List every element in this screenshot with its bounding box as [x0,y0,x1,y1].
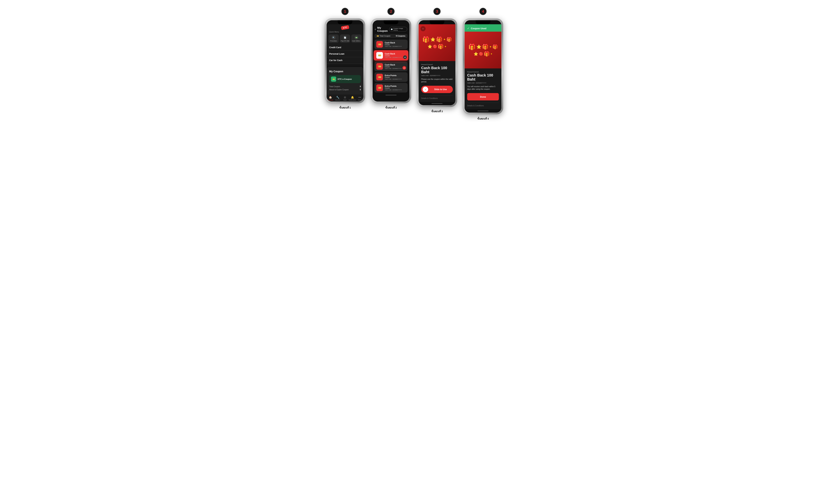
menu-credit-card[interactable]: Credit Card [327,44,363,51]
slide-to-use-btn[interactable]: › Slide to Use [421,86,453,93]
quick-menu-label: Quick Menu [327,30,363,34]
step-label-3: ขั้นตอนที่ 3 [431,110,443,113]
nav-scan-label: Scan [343,99,347,101]
coupon-type-1: Cash Back [385,42,406,44]
coupon-used-label: Coupon Used [471,27,487,30]
coupon-badge-3: x4 [403,66,406,70]
total-coupon-label: 🎫 Total Coupon [377,35,390,37]
nav-scan[interactable]: ⊞ Scan [341,96,349,101]
coupon-total-row: Total Coupon 9 [329,85,361,88]
nav-more-label: More [358,99,361,101]
slide-arrow-icon: › [423,87,428,92]
phone-notch-2 [384,20,398,24]
quick-menu-pay[interactable]: 📄 Pay KTC Bill [340,34,350,43]
reward-earned-4: Reward Earned [467,71,499,73]
coupon-thumb-4: 🎫 [376,74,383,80]
phone-notch-3 [430,20,444,24]
step-label-2: ขั้นตอนที่ 2 [385,106,397,110]
coupon-type-4: Extra Points [385,74,406,77]
ecoupon-icon: 🎫 [331,77,336,82]
phone-shell-3: ‹ 🎁 ⭐ 🎁 ✦ 🎁 ⭐ 🔴 🎁 ✦ [417,18,457,107]
coupon-details-2: Details [385,55,406,57]
ecoupon-label: KTC e-Coupon [338,78,352,80]
nav-notification-label: Notification [349,99,356,101]
coupon-item-5[interactable]: 🎫 Extra Points Details Valid Until : DD/… [374,83,408,92]
pay-icon: 📄 [343,36,347,40]
coupon-thumb-2: 🎫 [376,52,383,59]
coupon-valid-5: Valid Until : DD/MM/YYYY [385,89,406,91]
step-number-2: 2 [390,9,392,14]
phone-inner-2: ‹ My Coupon 🕐 Coupon Usage History 🎫 Tot… [373,20,409,101]
step-label-4: ขั้นตอนที่ 4 [477,117,489,121]
coupon-history-btn[interactable]: 🕐 Coupon Usage History [389,27,407,32]
step-badge-4: 4 [479,7,487,15]
quick-menu-row: 🔍 Promotion 📄 Pay KTC Bill 💵 Cash Withd.… [327,34,363,44]
coupon-expire-label: About to Expire Coupon [329,89,349,91]
back-button-3[interactable]: ‹ [420,26,425,31]
nav-account[interactable]: 🏠 Account [327,96,334,101]
reward-image-3: ‹ 🎁 ⭐ 🎁 ✦ 🎁 ⭐ 🔴 🎁 ✦ [419,24,455,61]
reward-title-3: Cash Back 100 Baht [421,66,453,74]
coupon-details-5: Details [385,87,406,89]
step-number-4: 4 [482,9,484,14]
coupon-popup: My Coupon 🎫 KTC e-Coupon Total Coupon 9 … [327,67,363,94]
screen-coupon-detail: ‹ 🎁 ⭐ 🎁 ✦ 🎁 ⭐ 🔴 🎁 ✦ [419,24,455,105]
coupon-thumb-5: 🎫 [376,84,383,91]
nav-service[interactable]: 🔧 Service [334,96,341,101]
quick-menu-promotion[interactable]: 🔍 Promotion [328,34,339,43]
coupon-item-1[interactable]: 🎫 Cash Back Details Valid Until : DD/MM/… [374,40,408,49]
page-wrapper: 1 KTC Quick Menu 🔍 Promotion [325,7,503,121]
coupon-expire-value: 0 [360,89,361,91]
reward-desc-4: You will receive cash back within 5 days… [467,85,499,90]
reward-title-4: Cash Back 100 Baht [467,73,499,81]
done-label: Done [480,95,486,98]
ktc-logo-badge: KTC [341,25,349,30]
coupon-thumb-1: 🎫 [376,41,383,48]
home-indicator-3 [419,102,455,105]
quick-menu-cash[interactable]: 💵 Cash Withd... [351,34,362,43]
cash-icon: 💵 [355,36,359,40]
quick-menu-promotion-label: Promotion [330,40,337,42]
coupon-info-5: Extra Points Details Valid Until : DD/MM… [385,85,406,91]
nav-notification[interactable]: 🔔 Notification [349,96,356,101]
reward-image-4: 🎁 ⭐ 🎁 ✦ 🎁 ⭐ 🔴 🎁 ✦ [465,32,501,69]
bottom-nav-1: 🏠 Account 🔧 Service ⊞ Scan 🔔 [327,94,363,101]
coupon-type-3: Cash Back [385,64,406,66]
step-number-1: 1 [344,9,346,14]
coupon-details-1: Details [385,44,406,46]
coupon-type-2: Cash Back [385,53,406,55]
menu-personal-loan[interactable]: Personal Loan [327,51,363,57]
notification-icon: 🔔 [351,96,354,99]
home-indicator-2 [373,93,409,97]
screen-coupon-list: ‹ My Coupon 🕐 Coupon Usage History 🎫 Tot… [373,24,409,101]
phone-inner-1: KTC Quick Menu 🔍 Promotion 📄 Pay KTC Bil… [327,20,363,101]
nav-more[interactable]: ••• More [356,96,363,101]
step-badge-1: 1 [341,7,349,15]
account-icon: 🏠 [329,96,332,99]
coupon-item-3[interactable]: 🎫 Cash Back Details Valid Until : DD/MM/… [374,61,408,71]
details-conditions-3[interactable]: Details & Conditions [421,95,453,99]
step-badge-2: 2 [387,7,395,15]
reward-desc-3: Please use the coupon within the valid p… [421,78,453,83]
coupon-valid-2: Valid Until : DD/MM/YYYY [385,57,406,58]
done-button[interactable]: Done [467,93,499,100]
reward-info-box-3: Reward Earned Cash Back 100 Baht Valid U… [419,61,455,102]
menu-car-for-cash[interactable]: Car for Cash [327,57,363,64]
total-coupon-text: Total Coupon [380,35,390,37]
back-button-2[interactable]: ‹ [375,28,376,31]
details-conditions-4[interactable]: Details & Conditions [467,102,499,107]
ecoupon-badge[interactable]: 🎫 KTC e-Coupon [329,75,361,83]
quick-menu-pay-label: Pay KTC Bill [341,40,349,42]
scan-icon: ⊞ [344,96,346,99]
nav-service-label: Service [335,99,340,101]
coupon-item-2[interactable]: 🎫 Cash Back Details Valid Until : DD/MM/… [374,50,408,60]
history-btn-label: Coupon Usage History [393,28,406,31]
coupon-item-4[interactable]: 🎫 Extra Points Details Valid Until : DD/… [374,72,408,82]
quick-menu-cash-label: Cash Withd... [352,40,361,42]
check-icon: ✓ [467,27,469,30]
coupon-list: 🎫 Cash Back Details Valid Until : DD/MM/… [373,39,409,93]
coupon-popup-title: My Coupon [329,70,361,73]
step-badge-3: 3 [433,7,441,15]
total-coupon-row: 🎫 Total Coupon 9 Coupons [374,34,408,38]
total-coupon-count: 9 Coupons [396,35,405,37]
